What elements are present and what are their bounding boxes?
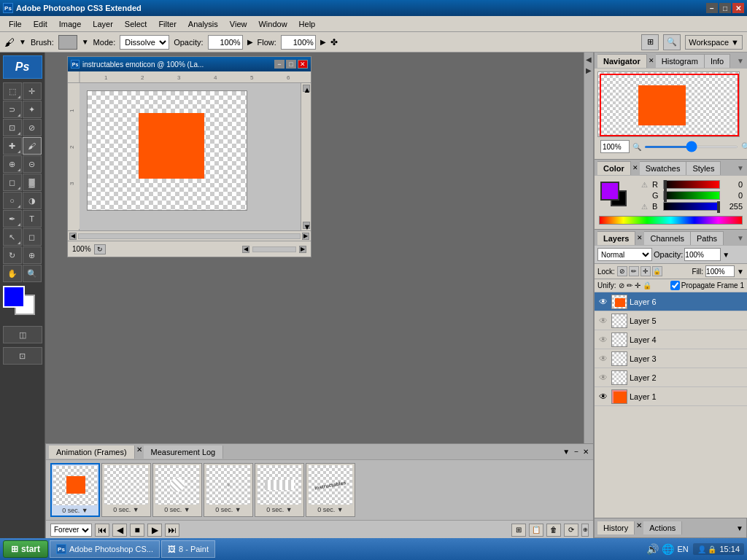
menu-image[interactable]: Image bbox=[53, 18, 88, 30]
lasso-tool[interactable]: ⊃ bbox=[3, 101, 22, 118]
brush-preview[interactable] bbox=[58, 35, 77, 50]
animation-menu-icon[interactable]: ▼ bbox=[561, 446, 571, 457]
doc-close[interactable]: ✕ bbox=[298, 60, 308, 69]
type-tool[interactable]: T bbox=[23, 210, 42, 228]
3d-zoom-tool[interactable]: ⊕ bbox=[23, 246, 42, 264]
layer-item[interactable]: 👁 Layer 4 bbox=[595, 330, 747, 349]
tween-btn[interactable]: ⊞ bbox=[511, 524, 526, 537]
menu-view[interactable]: View bbox=[224, 18, 253, 30]
vertical-scrollbar[interactable]: ▲ ▼ bbox=[301, 83, 311, 230]
collapse-arrow-icon[interactable]: ◀ bbox=[586, 55, 592, 63]
blur-tool[interactable]: ○ bbox=[3, 192, 22, 209]
tab-histogram[interactable]: Histogram bbox=[656, 54, 705, 68]
convert-btn[interactable]: ⟳ bbox=[564, 524, 578, 537]
tab-paths[interactable]: Paths bbox=[691, 231, 724, 245]
crop-tool[interactable]: ⊡ bbox=[3, 119, 22, 136]
propagate-checkbox[interactable] bbox=[670, 281, 680, 290]
history-brush-tool[interactable]: ⊝ bbox=[23, 155, 42, 173]
delete-frame-btn[interactable]: 🗑 bbox=[546, 524, 561, 537]
opacity-arrow[interactable]: ▶ bbox=[247, 38, 253, 46]
menu-analysis[interactable]: Analysis bbox=[182, 18, 224, 30]
brush-arrow-icon[interactable]: ▼ bbox=[19, 38, 26, 46]
tab-swatches[interactable]: Swatches bbox=[640, 161, 687, 175]
next-frame-btn[interactable]: ⏭ bbox=[165, 524, 179, 537]
zoom-slider[interactable] bbox=[644, 146, 738, 148]
green-bar[interactable] bbox=[663, 191, 720, 200]
scroll-left-arrow2[interactable]: ◀ bbox=[242, 246, 249, 253]
3d-rotate-tool[interactable]: ↻ bbox=[3, 246, 22, 264]
arrange-icon[interactable]: ⊞ bbox=[641, 34, 659, 50]
document-canvas[interactable] bbox=[87, 90, 247, 211]
tab-animation[interactable]: Animation (Frames) bbox=[49, 446, 135, 459]
unify-icon2[interactable]: ✏ bbox=[627, 281, 632, 289]
frame-item[interactable]: 1 0 sec. ▼ bbox=[50, 463, 100, 517]
move-tool[interactable]: ✛ bbox=[23, 82, 42, 100]
scroll-track[interactable] bbox=[78, 233, 301, 239]
history-close-icon[interactable]: ✕ bbox=[635, 521, 643, 534]
color-spectrum[interactable] bbox=[599, 216, 743, 225]
frame-item[interactable]: 2 0 sec. ▼ bbox=[101, 463, 151, 517]
healing-tool[interactable]: ✚ bbox=[3, 137, 22, 155]
doc-maximize[interactable]: □ bbox=[286, 60, 296, 69]
menu-layer[interactable]: Layer bbox=[87, 18, 119, 30]
flow-input[interactable] bbox=[281, 35, 316, 50]
unify-icon3[interactable]: ✛ bbox=[635, 281, 640, 289]
menu-edit[interactable]: Edit bbox=[28, 18, 53, 30]
green-thumb[interactable] bbox=[664, 190, 667, 202]
doc-info-icon[interactable]: ↻ bbox=[94, 244, 106, 254]
flow-arrow[interactable]: ▶ bbox=[320, 38, 326, 46]
tab-history[interactable]: History bbox=[597, 521, 635, 534]
brush-tool[interactable]: 🖌 bbox=[23, 137, 42, 155]
first-frame-btn[interactable]: ⏮ bbox=[95, 524, 109, 537]
zoom-in-icon[interactable]: 🔍 bbox=[741, 142, 747, 152]
airbrush-icon[interactable]: ✤ bbox=[330, 37, 338, 47]
visibility-icon[interactable]: 👁 bbox=[597, 335, 609, 345]
lock-position-icon[interactable]: ✛ bbox=[640, 266, 651, 276]
maximize-button[interactable]: □ bbox=[719, 3, 731, 13]
screen-mode-button[interactable]: ⊡ bbox=[3, 347, 42, 365]
color-close-icon[interactable]: ✕ bbox=[631, 163, 640, 173]
scroll-down-arrow[interactable]: ▼ bbox=[303, 222, 310, 229]
navigator-close-icon[interactable]: ✕ bbox=[647, 55, 656, 66]
prev-frame-btn[interactable]: ◀ bbox=[112, 524, 127, 537]
layer-item[interactable]: 👁 Layer 3 bbox=[595, 349, 747, 368]
blue-bar[interactable] bbox=[663, 202, 720, 211]
opacity-input[interactable] bbox=[208, 35, 243, 50]
tab-channels[interactable]: Channels bbox=[644, 231, 690, 245]
layers-panel-menu-icon[interactable]: ▼ bbox=[737, 234, 744, 242]
opacity-value-input[interactable] bbox=[684, 248, 721, 261]
unify-icon1[interactable]: ⊘ bbox=[619, 281, 624, 289]
menu-window[interactable]: Window bbox=[252, 18, 293, 30]
menu-select[interactable]: Select bbox=[119, 18, 153, 30]
zoom-tool[interactable]: 🔍 bbox=[23, 265, 42, 282]
magic-wand-tool[interactable]: ✦ bbox=[23, 101, 42, 118]
h-scroll-track[interactable] bbox=[252, 246, 296, 252]
red-bar[interactable] bbox=[663, 180, 720, 189]
frame-item[interactable]: 3 0 sec. ▼ bbox=[152, 463, 202, 517]
menu-file[interactable]: File bbox=[3, 18, 28, 30]
lock-all-icon[interactable]: 🔒 bbox=[652, 266, 662, 276]
foreground-swatch[interactable] bbox=[600, 182, 619, 201]
color-panel-menu-icon[interactable]: ▼ bbox=[737, 164, 744, 172]
red-thumb[interactable] bbox=[664, 180, 667, 191]
history-menu-icon[interactable]: ▼ bbox=[736, 524, 743, 532]
frame-item[interactable]: 5 0 sec. ▼ bbox=[255, 463, 304, 517]
stop-btn[interactable]: ■ bbox=[130, 524, 144, 537]
pen-tool[interactable]: ✒ bbox=[3, 210, 22, 228]
animation-close-icon[interactable]: ✕ bbox=[135, 446, 144, 459]
horizontal-scrollbar[interactable]: ◀ ▶ bbox=[68, 230, 311, 241]
unify-icon4[interactable]: 🔒 bbox=[643, 281, 651, 289]
play-btn[interactable]: ▶ bbox=[147, 524, 162, 537]
tab-info[interactable]: Info bbox=[705, 54, 730, 68]
fill-dropdown-icon[interactable]: ▼ bbox=[737, 268, 744, 276]
blue-thumb[interactable] bbox=[717, 201, 720, 213]
menu-filter[interactable]: Filter bbox=[152, 18, 182, 30]
loop-select[interactable]: Forever bbox=[50, 524, 92, 537]
slice-tool[interactable]: ⊘ bbox=[23, 119, 42, 136]
visibility-icon[interactable]: 👁 bbox=[597, 392, 609, 402]
tab-layers[interactable]: Layers bbox=[597, 231, 635, 245]
tab-navigator[interactable]: Navigator bbox=[597, 54, 647, 68]
minimize-button[interactable]: − bbox=[706, 3, 718, 13]
layer-item[interactable]: 👁 Layer 2 bbox=[595, 368, 747, 387]
fill-value-input[interactable] bbox=[705, 265, 735, 277]
